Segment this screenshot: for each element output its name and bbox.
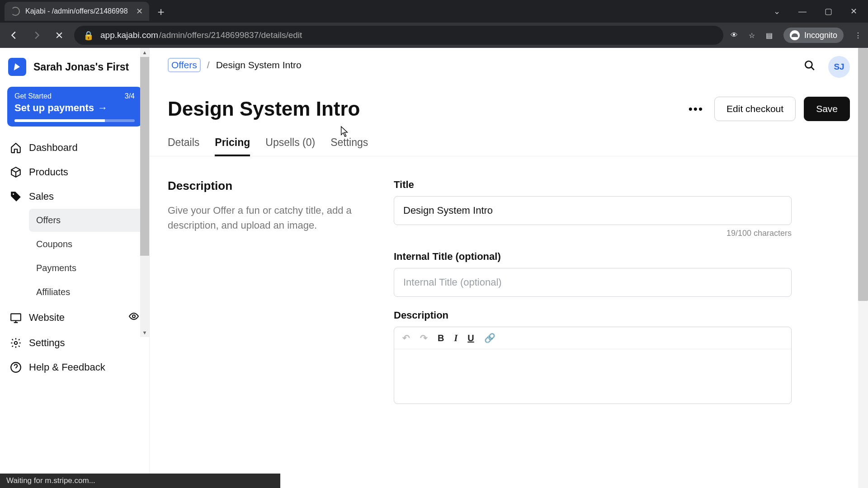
sidebar-item-label: Settings — [29, 337, 65, 349]
eye-off-icon[interactable]: 👁 — [731, 31, 738, 39]
undo-button[interactable]: ↶ — [402, 333, 410, 343]
maximize-button[interactable]: ▢ — [825, 6, 832, 16]
forward-button[interactable] — [29, 28, 44, 43]
incognito-badge[interactable]: Incognito — [783, 28, 844, 43]
section-help-text: Give your Offer a fun or catchy title, a… — [168, 203, 367, 233]
bold-button[interactable]: B — [438, 333, 444, 343]
url-path: /admin/offers/2148699837/details/edit — [159, 30, 302, 40]
avatar[interactable]: SJ — [828, 56, 850, 78]
edit-checkout-button[interactable]: Edit checkout — [714, 97, 796, 121]
title-char-count: 19/100 characters — [394, 229, 792, 238]
tab-upsells[interactable]: Upsells (0) — [265, 136, 315, 156]
search-button[interactable] — [804, 60, 816, 74]
side-panel-icon[interactable]: ▤ — [766, 31, 773, 40]
browser-toolbar: 🔒 app.kajabi.com/admin/offers/2148699837… — [0, 23, 868, 48]
address-bar[interactable]: 🔒 app.kajabi.com/admin/offers/2148699837… — [74, 26, 723, 45]
minimize-button[interactable]: — — [798, 7, 807, 16]
close-window-button[interactable]: ✕ — [850, 6, 857, 16]
sidebar-scrollbar[interactable]: ▲ ▼ — [140, 48, 149, 337]
svg-point-0 — [13, 193, 14, 195]
breadcrumb: Offers / Design System Intro — [168, 58, 850, 72]
sidebar-item-label: Help & Feedback — [29, 361, 105, 373]
tab-details[interactable]: Details — [168, 136, 199, 156]
description-editor: ↶ ↷ B I U 🔗 — [394, 327, 792, 404]
page-tabs: Details Pricing Upsells (0) Settings — [168, 136, 850, 156]
new-tab-button[interactable]: + — [153, 4, 169, 20]
workspace-switcher[interactable]: Sarah Jonas's First — [5, 54, 144, 84]
svg-point-2 — [132, 315, 135, 318]
sidebar-item-label: Website — [29, 312, 65, 324]
link-button[interactable]: 🔗 — [484, 333, 495, 343]
tab-close-icon[interactable]: ✕ — [136, 6, 143, 16]
app-logo-icon — [8, 58, 26, 76]
title-input[interactable] — [394, 196, 792, 225]
save-button[interactable]: Save — [804, 97, 850, 121]
sidebar-item-website[interactable]: Website — [5, 305, 144, 331]
sidebar-subitem-coupons[interactable]: Coupons — [29, 233, 144, 256]
monitor-icon — [10, 312, 22, 324]
arrow-right-icon: → — [98, 102, 108, 114]
main-scrollbar[interactable] — [858, 48, 868, 488]
loading-spinner-icon — [11, 7, 20, 16]
onboarding-label: Get Started — [14, 92, 52, 100]
main-content: Offers / Design System Intro SJ Design S… — [150, 48, 868, 488]
internal-title-input[interactable] — [394, 268, 792, 297]
overflow-menu-icon[interactable]: ⋮ — [854, 31, 862, 40]
sidebar-item-settings[interactable]: Settings — [5, 331, 144, 355]
section-heading: Description — [168, 179, 367, 193]
browser-tab[interactable]: Kajabi - /admin/offers/21486998 ✕ — [5, 2, 149, 21]
sidebar-subitem-offers[interactable]: Offers — [29, 209, 144, 232]
italic-button[interactable]: I — [454, 333, 458, 343]
reload-stop-button[interactable] — [52, 28, 67, 43]
tab-pricing[interactable]: Pricing — [215, 136, 250, 156]
sidebar-subitem-affiliates[interactable]: Affiliates — [29, 281, 144, 304]
gear-icon — [10, 337, 22, 349]
sidebar-item-label: Products — [29, 166, 68, 178]
breadcrumb-parent[interactable]: Offers — [168, 58, 201, 72]
browser-titlebar: Kajabi - /admin/offers/21486998 ✕ + ⌄ — … — [0, 0, 868, 23]
onboarding-action: Set up payments — [14, 102, 94, 114]
sidebar: Sarah Jonas's First Get Started 3/4 Set … — [0, 48, 150, 488]
scrollbar-thumb[interactable] — [858, 48, 868, 301]
tabs-dropdown-icon[interactable]: ⌄ — [774, 6, 780, 16]
breadcrumb-separator: / — [207, 60, 210, 70]
tab-title: Kajabi - /admin/offers/21486998 — [25, 7, 128, 15]
incognito-icon — [790, 30, 800, 40]
sidebar-item-label: Sales — [29, 191, 54, 202]
lock-icon: 🔒 — [83, 30, 94, 41]
app-viewport: Sarah Jonas's First Get Started 3/4 Set … — [0, 48, 868, 488]
sidebar-subitem-payments[interactable]: Payments — [29, 257, 144, 280]
svg-rect-1 — [11, 314, 21, 320]
redo-button[interactable]: ↷ — [420, 333, 428, 343]
browser-status-bar: Waiting for m.stripe.com... — [0, 474, 280, 488]
onboarding-card[interactable]: Get Started 3/4 Set up payments → — [7, 87, 142, 127]
page-title: Design System Intro — [168, 98, 360, 120]
title-label: Title — [394, 179, 792, 191]
description-label: Description — [394, 310, 792, 321]
onboarding-count: 3/4 — [125, 92, 135, 100]
bookmark-icon[interactable]: ☆ — [749, 31, 755, 40]
onboarding-progress — [14, 119, 135, 122]
eye-icon[interactable] — [128, 311, 139, 324]
home-icon — [10, 142, 22, 154]
description-input[interactable] — [394, 349, 791, 404]
scroll-down-icon[interactable]: ▼ — [140, 328, 149, 337]
scroll-up-icon[interactable]: ▲ — [140, 48, 149, 57]
tab-settings[interactable]: Settings — [330, 136, 368, 156]
help-icon — [10, 361, 22, 373]
svg-point-5 — [805, 61, 812, 68]
back-button[interactable] — [6, 28, 22, 43]
internal-title-label: Internal Title (optional) — [394, 251, 792, 263]
url-host: app.kajabi.com — [100, 30, 158, 40]
underline-button[interactable]: U — [467, 333, 474, 343]
sidebar-item-products[interactable]: Products — [5, 160, 144, 184]
more-actions-button[interactable]: ••• — [686, 102, 706, 116]
sidebar-item-label: Dashboard — [29, 142, 78, 154]
workspace-name: Sarah Jonas's First — [33, 61, 129, 73]
sidebar-item-dashboard[interactable]: Dashboard — [5, 136, 144, 160]
sidebar-item-sales[interactable]: Sales — [5, 184, 144, 209]
window-controls: ⌄ — ▢ ✕ — [774, 2, 868, 21]
scrollbar-thumb[interactable] — [140, 57, 149, 256]
tag-icon — [10, 191, 22, 202]
sidebar-item-help[interactable]: Help & Feedback — [5, 355, 144, 380]
